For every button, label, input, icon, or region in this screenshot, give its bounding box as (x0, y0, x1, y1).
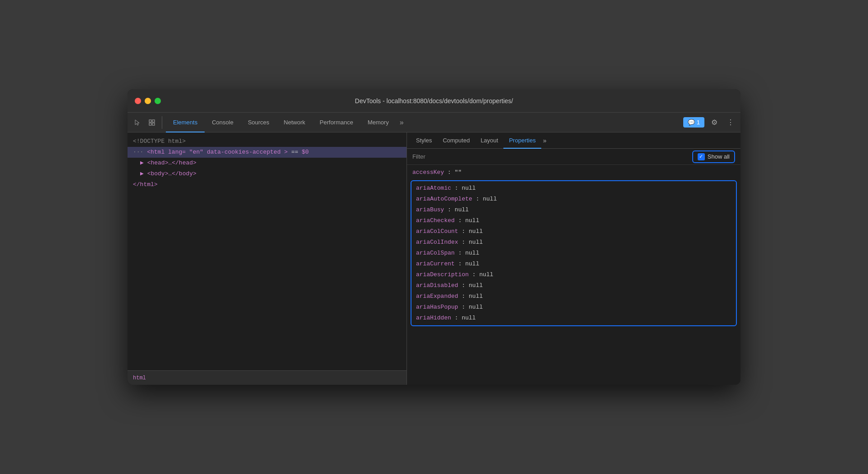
prop-ariaAutoComplete: ariaAutoComplete : null (411, 194, 736, 205)
close-button[interactable] (135, 98, 141, 104)
chat-button[interactable]: 💬 1 (683, 117, 704, 128)
settings-button[interactable]: ⚙ (708, 116, 721, 129)
minimize-button[interactable] (145, 98, 151, 104)
title-bar: DevTools - localhost:8080/docs/devtools/… (128, 89, 740, 113)
tab-console[interactable]: Console (205, 113, 241, 132)
chat-icon: 💬 (688, 119, 695, 126)
tab-network[interactable]: Network (277, 113, 313, 132)
maximize-button[interactable] (155, 98, 161, 104)
prop-ariaCurrent: ariaCurrent : null (411, 259, 736, 269)
show-all-label: Show all (708, 153, 730, 160)
dom-breadcrumb: html (128, 370, 407, 385)
tab-bar-right: 💬 1 ⚙ ⋮ (683, 116, 737, 129)
tab-sources[interactable]: Sources (241, 113, 277, 132)
inspect-icon (148, 119, 155, 126)
ellipsis-icon: ⋮ (727, 118, 734, 127)
filter-label: Filter (412, 153, 425, 160)
gear-icon: ⚙ (711, 118, 717, 127)
show-all-checkbox[interactable]: ✓ (698, 153, 705, 160)
dom-panel: <!DOCTYPE html> ··· <html lang= "en" dat… (128, 132, 407, 385)
tab-properties[interactable]: Properties (503, 132, 541, 149)
prop-ariaHasPopup: ariaHasPopup : null (411, 302, 736, 313)
aria-properties-box: ariaAtomic : null ariaAutoComplete : nul… (411, 180, 737, 326)
prop-ariaDisabled: ariaDisabled : null (411, 280, 736, 291)
more-options-button[interactable]: ⋮ (724, 116, 737, 129)
svg-rect-1 (152, 120, 155, 122)
traffic-lights (135, 98, 161, 104)
dom-body-line[interactable]: ▶ <body>…</body> (128, 169, 407, 179)
dom-html-line[interactable]: ··· <html lang= "en" data-cookies-accept… (128, 147, 407, 158)
prop-ariaChecked: ariaChecked : null (411, 215, 736, 226)
props-panel: Styles Computed Layout Properties » Filt… (407, 132, 740, 385)
prop-ariaColSpan: ariaColSpan : null (411, 248, 736, 259)
cursor-icon-button[interactable] (131, 116, 144, 129)
svg-rect-0 (149, 120, 151, 122)
tab-computed[interactable]: Computed (437, 132, 475, 149)
svg-rect-3 (152, 123, 155, 125)
tab-styles[interactable]: Styles (411, 132, 437, 149)
tab-memory[interactable]: Memory (361, 113, 396, 132)
prop-ariaColCount: ariaColCount : null (411, 226, 736, 237)
cursor-icon (134, 119, 141, 126)
window-title: DevTools - localhost:8080/docs/devtools/… (355, 97, 513, 105)
dom-tree: <!DOCTYPE html> ··· <html lang= "en" dat… (128, 132, 407, 370)
tab-layout[interactable]: Layout (475, 132, 503, 149)
dom-head-line[interactable]: ▶ <head>…</head> (128, 158, 407, 169)
prop-ariaHidden: ariaHidden : null (411, 313, 736, 324)
prop-ariaDescription: ariaDescription : null (411, 269, 736, 280)
prop-ariaColIndex: ariaColIndex : null (411, 237, 736, 248)
tab-elements[interactable]: Elements (166, 113, 205, 132)
props-content: accessKey : "" ariaAtomic : null ariaAut… (407, 165, 740, 385)
prop-accesskey: accessKey : "" (407, 167, 740, 178)
props-tabs: Styles Computed Layout Properties » (407, 132, 740, 149)
chat-count: 1 (697, 119, 700, 126)
doctype-text: <!DOCTYPE html> (133, 138, 186, 145)
prop-ariaExpanded: ariaExpanded : null (411, 291, 736, 302)
breadcrumb-html: html (133, 375, 146, 381)
devtools-window: DevTools - localhost:8080/docs/devtools/… (128, 89, 740, 385)
dom-close-html: </html> (128, 179, 407, 190)
tab-icons (131, 116, 162, 129)
show-all-container[interactable]: ✓ Show all (692, 150, 735, 163)
svg-rect-2 (149, 123, 151, 125)
tab-bar: Elements Console Sources Network Perform… (128, 113, 740, 132)
main-content: <!DOCTYPE html> ··· <html lang= "en" dat… (128, 132, 740, 385)
props-filter-bar: Filter ✓ Show all (407, 149, 740, 165)
props-tabs-more[interactable]: » (543, 137, 547, 144)
inspect-icon-button[interactable] (146, 116, 158, 129)
tabs-more-button[interactable]: » (396, 118, 407, 127)
tab-performance[interactable]: Performance (312, 113, 360, 132)
dom-doctype: <!DOCTYPE html> (128, 136, 407, 147)
prop-ariaAtomic: ariaAtomic : null (411, 183, 736, 194)
prop-ariaBusy: ariaBusy : null (411, 205, 736, 215)
